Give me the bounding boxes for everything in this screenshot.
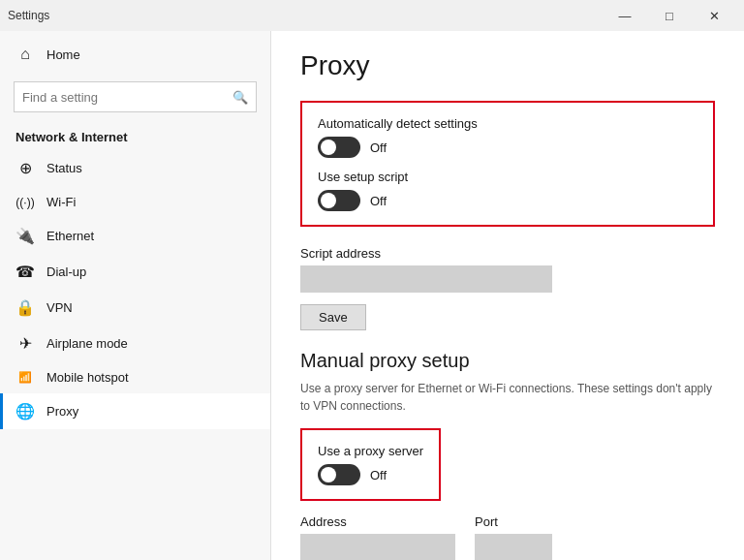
auto-detect-label: Automatically detect settings: [318, 116, 698, 131]
port-label: Port: [475, 514, 552, 529]
sidebar-item-home[interactable]: ⌂ Home: [0, 37, 270, 72]
sidebar-item-proxy[interactable]: 🌐 Proxy: [0, 393, 270, 429]
sidebar-item-wifi[interactable]: ((·)) Wi-Fi: [0, 186, 270, 218]
auto-detect-toggle[interactable]: [318, 137, 360, 158]
sidebar-item-wifi-label: Wi-Fi: [46, 195, 76, 209]
sidebar-item-ethernet[interactable]: 🔌 Ethernet: [0, 218, 270, 254]
sidebar-item-proxy-label: Proxy: [46, 404, 78, 419]
search-input[interactable]: [22, 90, 232, 105]
setup-script-label: Use setup script: [318, 170, 698, 184]
hotspot-icon: 📶: [16, 371, 35, 384]
address-input[interactable]: [300, 534, 455, 560]
auto-detect-toggle-row: Off: [318, 137, 698, 158]
script-address-input[interactable]: [300, 265, 552, 293]
use-proxy-toggle-row: Off: [318, 464, 423, 485]
auto-detect-state: Off: [370, 140, 387, 155]
maximize-button[interactable]: □: [647, 0, 692, 31]
sidebar-category: Network & Internet: [0, 122, 270, 150]
automatic-proxy-section: Automatically detect settings Off Use se…: [300, 101, 715, 227]
sidebar-item-vpn-label: VPN: [46, 300, 73, 315]
vpn-icon: 🔒: [16, 298, 35, 317]
window-title: Settings: [8, 9, 49, 22]
address-port-row: Address Port: [300, 514, 715, 560]
status-icon: ⊕: [16, 159, 35, 177]
port-input[interactable]: [475, 534, 552, 560]
sidebar-item-ethernet-label: Ethernet: [46, 229, 94, 243]
save-button[interactable]: Save: [300, 304, 366, 330]
sidebar-search[interactable]: 🔍: [14, 81, 257, 112]
minimize-button[interactable]: —: [603, 0, 647, 31]
close-button[interactable]: ✕: [692, 0, 736, 31]
use-proxy-toggle[interactable]: [318, 464, 360, 485]
use-proxy-section: Use a proxy server Off: [300, 428, 441, 501]
sidebar-item-vpn[interactable]: 🔒 VPN: [0, 290, 270, 326]
manual-proxy-desc: Use a proxy server for Ethernet or Wi-Fi…: [300, 380, 715, 415]
dialup-icon: ☎: [16, 263, 35, 281]
proxy-icon: 🌐: [16, 402, 35, 420]
wifi-icon: ((·)): [16, 196, 35, 209]
content-area: Proxy Automatically detect settings Off …: [271, 31, 744, 560]
use-proxy-state: Off: [370, 468, 387, 482]
sidebar-item-status[interactable]: ⊕ Status: [0, 150, 270, 186]
app-body: ⌂ Home 🔍 Network & Internet ⊕ Status ((·…: [0, 31, 744, 560]
sidebar-item-hotspot-label: Mobile hotspot: [46, 370, 129, 385]
use-proxy-label: Use a proxy server: [318, 444, 423, 458]
sidebar-item-airplane-label: Airplane mode: [46, 336, 128, 351]
search-icon: 🔍: [232, 90, 248, 105]
manual-proxy-title: Manual proxy setup: [300, 350, 715, 372]
script-address-label: Script address: [300, 246, 715, 261]
sidebar-item-status-label: Status: [46, 161, 82, 175]
sidebar-item-dialup-label: Dial-up: [46, 264, 86, 279]
setup-script-toggle-row: Off: [318, 190, 698, 211]
airplane-icon: ✈: [16, 334, 35, 353]
sidebar: ⌂ Home 🔍 Network & Internet ⊕ Status ((·…: [0, 31, 271, 560]
home-icon: ⌂: [16, 46, 35, 63]
ethernet-icon: 🔌: [16, 227, 35, 245]
address-label: Address: [300, 514, 455, 529]
sidebar-item-home-label: Home: [46, 47, 80, 62]
title-bar: Settings — □ ✕: [0, 0, 744, 31]
setup-script-toggle[interactable]: [318, 190, 360, 211]
sidebar-item-dialup[interactable]: ☎ Dial-up: [0, 254, 270, 290]
address-field: Address: [300, 514, 455, 560]
window-controls: — □ ✕: [603, 0, 736, 31]
page-title: Proxy: [300, 50, 715, 81]
port-field: Port: [475, 514, 552, 560]
sidebar-item-hotspot[interactable]: 📶 Mobile hotspot: [0, 361, 270, 393]
setup-script-state: Off: [370, 194, 387, 208]
sidebar-item-airplane[interactable]: ✈ Airplane mode: [0, 326, 270, 361]
